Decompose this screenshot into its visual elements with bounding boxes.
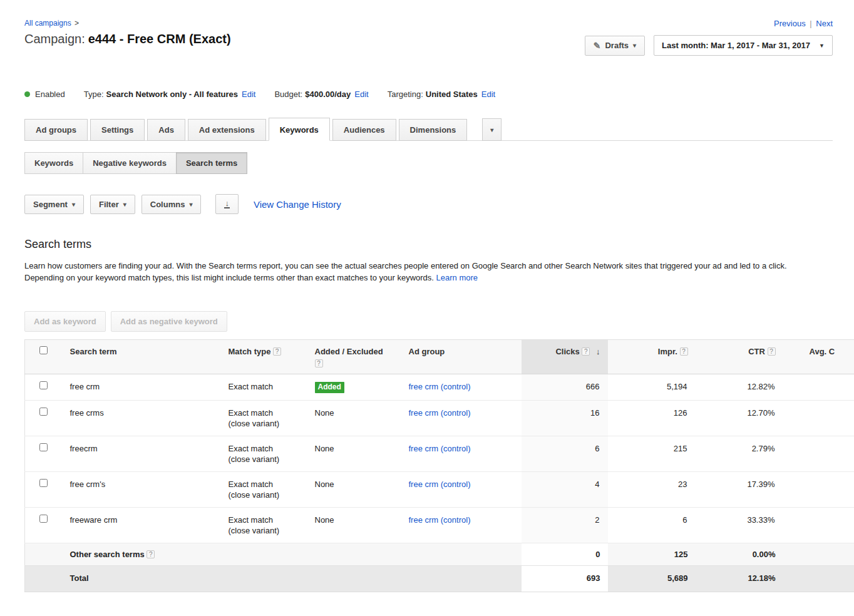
ad-group-cell: free crm (control) bbox=[401, 374, 522, 401]
help-icon[interactable]: ? bbox=[315, 359, 323, 367]
segment-button[interactable]: Segment ▾ bbox=[24, 195, 84, 214]
tab-ads[interactable]: Ads bbox=[147, 119, 185, 141]
ctr-cell: 12.18% bbox=[696, 566, 783, 592]
breadcrumb: All campaigns > bbox=[24, 19, 231, 28]
add-as-negative-keyword-button[interactable]: Add as negative keyword bbox=[111, 311, 227, 332]
previous-link[interactable]: Previous bbox=[774, 19, 806, 28]
tab-dimensions[interactable]: Dimensions bbox=[399, 119, 468, 141]
caret-down-icon: ▾ bbox=[189, 201, 192, 208]
table-row: free crm Exact match Added free crm (con… bbox=[25, 374, 854, 401]
ad-group-link[interactable]: free crm (control) bbox=[409, 444, 471, 453]
subtab-negative-keywords[interactable]: Negative keywords bbox=[83, 152, 177, 174]
column-header-match-type[interactable]: Match type ? bbox=[221, 340, 307, 374]
row-checkbox[interactable] bbox=[39, 381, 48, 389]
help-icon[interactable]: ? bbox=[582, 347, 590, 356]
column-label: CTR bbox=[748, 347, 765, 356]
column-label: Clicks bbox=[555, 347, 579, 356]
column-label: Added / Excluded bbox=[315, 347, 383, 356]
search-term-cell: freecrm bbox=[63, 436, 221, 472]
column-header-ctr[interactable]: CTR ? bbox=[696, 340, 783, 374]
help-icon[interactable]: ? bbox=[147, 550, 155, 558]
clicks-cell: 693 bbox=[522, 566, 608, 592]
ad-group-link[interactable]: free crm (control) bbox=[409, 480, 471, 489]
row-checkbox[interactable] bbox=[39, 408, 48, 416]
tab-settings[interactable]: Settings bbox=[90, 119, 145, 141]
tab-ad-groups[interactable]: Ad groups bbox=[24, 119, 88, 141]
campaign-name: e444 - Free CRM (Exact) bbox=[88, 32, 231, 46]
ad-group-link[interactable]: free crm (control) bbox=[409, 408, 471, 418]
ad-group-cell: free crm (control) bbox=[401, 401, 522, 436]
status-enabled: Enabled bbox=[24, 90, 65, 99]
search-terms-table: Search term Match type ? Added / Exclude… bbox=[24, 339, 854, 592]
subtab-keywords[interactable]: Keywords bbox=[24, 152, 83, 174]
match-type: Exact match bbox=[229, 515, 300, 525]
filter-button[interactable]: Filter ▾ bbox=[90, 195, 135, 214]
impr-cell: 126 bbox=[608, 401, 696, 436]
ad-group-link[interactable]: free crm (control) bbox=[409, 382, 471, 391]
column-header-clicks[interactable]: Clicks ? ↓ bbox=[522, 340, 608, 374]
view-change-history-link[interactable]: View Change History bbox=[254, 199, 341, 210]
clicks-cell: 6 bbox=[522, 436, 608, 472]
search-term-cell: freeware crm bbox=[63, 508, 221, 543]
breadcrumb-separator: > bbox=[75, 19, 79, 28]
tab-more-dropdown[interactable]: ▾ bbox=[482, 118, 502, 141]
budget-edit-link[interactable]: Edit bbox=[354, 90, 368, 99]
breadcrumb-all-campaigns-link[interactable]: All campaigns bbox=[24, 19, 71, 28]
drafts-button[interactable]: ✎ Drafts ▾ bbox=[585, 36, 645, 56]
pencil-icon: ✎ bbox=[594, 41, 601, 51]
avg-cpc-cell bbox=[783, 436, 854, 472]
type-edit-link[interactable]: Edit bbox=[242, 90, 255, 99]
subtab-label: Search terms bbox=[186, 158, 237, 168]
search-term-cell: free crm bbox=[63, 374, 221, 401]
pagination: Previous | Next bbox=[774, 19, 833, 28]
help-icon[interactable]: ? bbox=[768, 347, 776, 356]
row-checkbox[interactable] bbox=[39, 479, 48, 487]
added-badge: Added bbox=[315, 382, 344, 393]
checkbox-cell bbox=[25, 543, 63, 566]
clicks-cell: 16 bbox=[522, 401, 608, 436]
next-link[interactable]: Next bbox=[816, 19, 833, 28]
row-checkbox[interactable] bbox=[39, 515, 48, 523]
other-search-terms-label: Other search terms bbox=[70, 550, 145, 559]
match-type: Exact match bbox=[229, 443, 300, 454]
added-excluded-cell: None bbox=[307, 401, 401, 436]
columns-button[interactable]: Columns ▾ bbox=[141, 195, 202, 214]
select-all-checkbox[interactable] bbox=[39, 346, 48, 354]
add-as-keyword-button[interactable]: Add as keyword bbox=[24, 311, 106, 332]
tab-ad-extensions[interactable]: Ad extensions bbox=[188, 119, 266, 141]
clicks-cell: 4 bbox=[522, 472, 608, 508]
learn-more-link[interactable]: Learn more bbox=[436, 273, 478, 282]
column-header-impr[interactable]: Impr. ? bbox=[608, 340, 696, 374]
avg-cpc-cell bbox=[783, 543, 854, 566]
help-icon[interactable]: ? bbox=[680, 347, 688, 356]
columns-button-label: Columns bbox=[150, 200, 185, 209]
tab-keywords[interactable]: Keywords bbox=[269, 118, 330, 141]
match-type-variant: (close variant) bbox=[229, 454, 300, 465]
impr-cell: 5,194 bbox=[608, 374, 696, 401]
column-header-search-term[interactable]: Search term bbox=[63, 340, 221, 374]
date-range-label: Last month: Mar 1, 2017 - Mar 31, 2017 bbox=[662, 41, 810, 50]
ad-group-link[interactable]: free crm (control) bbox=[409, 515, 471, 525]
sort-desc-icon: ↓ bbox=[596, 347, 600, 356]
drafts-button-label: Drafts bbox=[605, 41, 629, 50]
help-icon[interactable]: ? bbox=[273, 347, 281, 356]
targeting-edit-link[interactable]: Edit bbox=[481, 90, 495, 99]
download-button[interactable]: ↓ bbox=[215, 194, 239, 214]
column-header-ad-group[interactable]: Ad group bbox=[401, 340, 522, 374]
checkbox-cell bbox=[25, 472, 63, 508]
date-range-button[interactable]: Last month: Mar 1, 2017 - Mar 31, 2017 ▼ bbox=[654, 35, 833, 56]
total-row: Total 693 5,689 12.18% bbox=[25, 566, 854, 592]
subtab-search-terms[interactable]: Search terms bbox=[176, 152, 247, 174]
header-left: All campaigns > Campaign:e444 - Free CRM… bbox=[24, 19, 231, 46]
tab-label: Keywords bbox=[280, 125, 319, 135]
tab-audiences[interactable]: Audiences bbox=[332, 119, 396, 141]
segment-button-label: Segment bbox=[33, 200, 68, 209]
column-header-added-excluded[interactable]: Added / Excluded ? bbox=[307, 340, 401, 374]
row-checkbox[interactable] bbox=[39, 443, 48, 451]
column-label: Impr. bbox=[658, 347, 677, 356]
table-actions: Add as keyword Add as negative keyword bbox=[24, 311, 833, 332]
match-type-cell: Exact match bbox=[221, 374, 307, 401]
search-term-cell: free crms bbox=[63, 401, 221, 436]
clicks-cell: 2 bbox=[522, 508, 608, 543]
column-header-avg-cpc[interactable]: Avg. C bbox=[783, 340, 854, 374]
